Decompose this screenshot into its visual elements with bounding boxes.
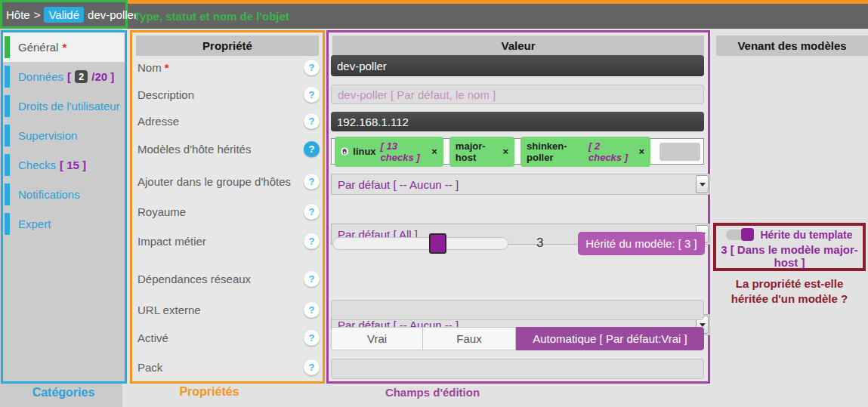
help-icon[interactable]: ? [304, 87, 320, 103]
prop-row-royaume: Royaume ? [137, 202, 320, 220]
help-icon[interactable]: ? [304, 60, 320, 76]
template-tag-shinken-poller[interactable]: shinken-poller [ 2 checks ] × [520, 137, 650, 167]
tag-label: shinken-poller [527, 140, 584, 163]
editing-footer-label: Champs d'édition [363, 386, 502, 399]
topbar: Hôte > Validé dev-poller Type, statut et… [0, 0, 868, 29]
tab-notch [5, 183, 10, 205]
description-input[interactable]: dev-poller [ Par défaut, le nom ] [331, 85, 704, 104]
tab-notch [5, 154, 10, 176]
prop-row-groupe: Ajouter dans le groupe d'hôtes ? [137, 172, 320, 190]
template-tag-major-host[interactable]: major-host × [449, 137, 514, 167]
sidebar: Général * Données [ 2 /20 ] Droits de l'… [1, 30, 127, 384]
prop-row-adresse: Adresse ? [137, 112, 320, 130]
help-icon[interactable]: ? [304, 113, 320, 129]
from-templates-header: Venant des modèles [716, 35, 868, 56]
sidebar-item-label: Général [18, 41, 58, 54]
chevron-down-icon [700, 323, 706, 327]
inherit-toggle[interactable] [726, 230, 753, 240]
properties-header: Propriété [136, 35, 319, 56]
tag-checks-count: [ 2 checks ] [588, 140, 634, 163]
sidebar-item-supervision[interactable]: Supervision [3, 121, 125, 150]
sidebar-item-droits[interactable]: Droits de l'utilisateur [3, 91, 125, 121]
help-icon[interactable]: ? [304, 302, 320, 318]
inherit-detail: 3 [ Dans le modèle major-host ] [716, 243, 863, 269]
sidebar-item-label: Supervision [18, 129, 77, 142]
impact-value: 3 [536, 236, 543, 251]
prop-label-text: Adresse [137, 115, 179, 128]
impact-slider-handle[interactable] [429, 233, 446, 254]
impact-slider-track[interactable] [332, 237, 508, 250]
name-input[interactable]: dev-poller [331, 55, 704, 76]
sidebar-item-label: Données [18, 70, 63, 83]
values-column: Valeur dev-poller dev-poller [ Par défau… [326, 30, 710, 384]
inherit-from-template-button[interactable]: Hérité du modèle: [ 3 ] [578, 232, 705, 255]
prop-row-impact: Impact métier ? [137, 232, 320, 250]
prop-label-text: Activé [137, 331, 168, 344]
remove-tag-icon[interactable]: × [431, 146, 437, 157]
enabled-toggle-group: Vrai Faux Automatique [ Par défaut:Vrai … [331, 327, 704, 350]
linux-icon [341, 146, 348, 156]
tab-notch [5, 66, 10, 88]
address-input[interactable]: 192.168.1.112 [331, 112, 704, 131]
sidebar-item-label: Expert [18, 217, 51, 230]
prop-row-active: Activé ? [137, 328, 320, 347]
help-icon-active[interactable]: ? [304, 141, 320, 157]
option-vrai-button[interactable]: Vrai [331, 327, 422, 350]
help-icon[interactable]: ? [304, 233, 320, 249]
help-icon[interactable]: ? [304, 330, 320, 346]
help-icon[interactable]: ? [304, 271, 320, 287]
template-tag-linux[interactable]: linux [ 13 checks ] × [335, 137, 443, 167]
status-badge[interactable]: Validé [44, 7, 84, 23]
sidebar-item-checks[interactable]: Checks [ 15 ] [3, 150, 125, 180]
option-automatique-button[interactable]: Automatique [ Par défaut:Vrai ] [516, 327, 704, 350]
prop-row-dependances: Dépendances réseaux ? [137, 270, 320, 288]
hostgroup-select[interactable]: Par défaut [ -- Aucun -- ] [331, 174, 710, 195]
tab-notch [5, 95, 10, 117]
categories-footer-label: Catégories [0, 386, 127, 399]
prop-label-text: URL externe [137, 304, 201, 316]
inherit-toggle-row: Hérite du template [716, 229, 863, 241]
sidebar-item-expert[interactable]: Expert [3, 209, 125, 239]
properties-footer-label: Propriétés [130, 385, 289, 399]
help-icon[interactable]: ? [304, 174, 320, 190]
breadcrumb-separator: > [34, 8, 41, 21]
dropdown-arrow-button[interactable] [696, 175, 709, 193]
prop-label-text: Ajouter dans le groupe d'hôtes [137, 175, 291, 188]
prop-row-description: Description ? [137, 85, 320, 103]
host-templates-field[interactable]: linux [ 13 checks ] × major-host × shink… [331, 138, 704, 165]
breadcrumb: Hôte > Validé dev-poller [0, 0, 128, 29]
count-badge: 2 [75, 70, 88, 83]
sidebar-item-label: Checks [18, 159, 56, 171]
from-templates-panel: Venant des modèles Hérite du template 3 … [710, 29, 868, 407]
count-bracket-close: /20 ] [91, 70, 114, 83]
remove-tag-icon[interactable]: × [638, 146, 644, 157]
tag-label: linux [353, 146, 375, 157]
prop-label-text: Nom [137, 61, 162, 74]
prop-label-text: Modèles d'hôte hérités [137, 143, 251, 156]
prop-row-pack: Pack ? [137, 358, 320, 376]
help-icon[interactable]: ? [304, 359, 320, 375]
sidebar-item-donnees[interactable]: Données [ 2 /20 ] [3, 62, 125, 91]
remove-tag-icon[interactable]: × [503, 146, 509, 157]
toggle-knob [741, 228, 754, 241]
sidebar-item-label: Droits de l'utilisateur [18, 100, 120, 113]
inherit-toggle-label: Hérite du template [760, 229, 852, 241]
new-template-input[interactable] [659, 143, 700, 161]
prop-row-nom: Nom * ? [137, 58, 320, 76]
business-impact-field: 3 Hérité du modèle: [ 3 ] [331, 232, 704, 255]
sidebar-item-notifications[interactable]: Notifications [3, 180, 125, 209]
sidebar-item-general[interactable]: Général * [3, 32, 125, 62]
count-bracket-open: [ [67, 70, 71, 83]
inherit-question: La propriété est-elle héritée d'un modèl… [718, 276, 861, 307]
hostgroup-select-value: Par défaut [ -- Aucun -- ] [338, 178, 459, 191]
pack-input[interactable] [331, 359, 704, 379]
prop-label-text: Dépendances réseaux [137, 273, 251, 285]
prop-label-text: Impact métier [137, 235, 206, 248]
external-url-input[interactable] [331, 300, 704, 320]
prop-label: Nom * [137, 61, 169, 74]
properties-column: Propriété Nom * ? Description ? Adresse … [130, 30, 325, 384]
option-faux-button[interactable]: Faux [422, 327, 516, 350]
help-icon[interactable]: ? [304, 204, 320, 220]
object-type-label: Hôte [6, 8, 30, 21]
prop-label-text: Pack [137, 361, 162, 374]
